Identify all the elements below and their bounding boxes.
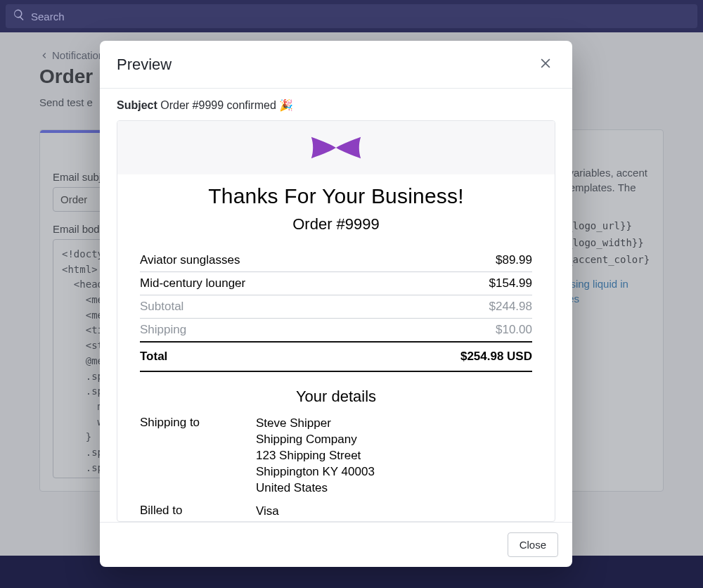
search-icon [13,8,25,24]
shipping-to-block: Shipping to Steve ShipperShipping Compan… [140,416,532,497]
modal-header: Preview [100,41,572,89]
search-input[interactable] [31,11,690,23]
billed-to-value: Visa [256,504,532,520]
shipping-value: $10.00 [373,319,532,343]
billed-to-block: Billed to Visa [140,504,532,520]
subtotal-label: Subtotal [140,295,373,319]
total-value: $254.98 USD [373,342,532,371]
total-label: Total [140,342,373,371]
shipping-row: Shipping $10.00 [140,319,532,343]
shipping-label: Shipping [140,319,373,343]
subtotal-value: $244.98 [373,295,532,319]
order-item-row: Aviator sunglasses$89.99 [140,249,532,272]
close-icon [538,56,553,70]
email-body: Thanks For Your Business! Order #9999 Av… [117,174,555,521]
item-name: Mid-century lounger [140,272,373,295]
order-item-row: Mid-century lounger$154.99 [140,272,532,295]
shipping-to-label: Shipping to [140,416,256,497]
your-details-heading: Your details [140,388,532,406]
topbar [0,0,703,32]
billed-to-label: Billed to [140,504,256,520]
preview-modal: Preview Subject Order #9999 confirmed 🎉 … [100,41,572,567]
subject-value: Order #9999 confirmed 🎉 [160,99,293,111]
global-search[interactable] [6,4,697,28]
modal-footer: Close [100,522,572,567]
shipping-to-value: Steve ShipperShipping Company123 Shippin… [256,416,532,497]
modal-title: Preview [117,56,172,74]
bowtie-logo-icon [308,134,364,162]
total-row: Total $254.98 USD [140,342,532,371]
item-name: Aviator sunglasses [140,249,373,272]
email-logo-area [117,121,555,174]
item-price: $89.99 [373,249,532,272]
order-items-table: Aviator sunglasses$89.99Mid-century loun… [140,249,532,372]
subject-label: Subject [117,99,157,111]
email-order-number: Order #9999 [140,215,532,234]
email-preview-frame: Thanks For Your Business! Order #9999 Av… [117,120,555,522]
item-price: $154.99 [373,272,532,295]
modal-subject-line: Subject Order #9999 confirmed 🎉 [100,89,572,120]
email-heading: Thanks For Your Business! [140,184,532,208]
close-button[interactable] [536,53,555,75]
subtotal-row: Subtotal $244.98 [140,295,532,319]
close-modal-button[interactable]: Close [508,532,558,557]
